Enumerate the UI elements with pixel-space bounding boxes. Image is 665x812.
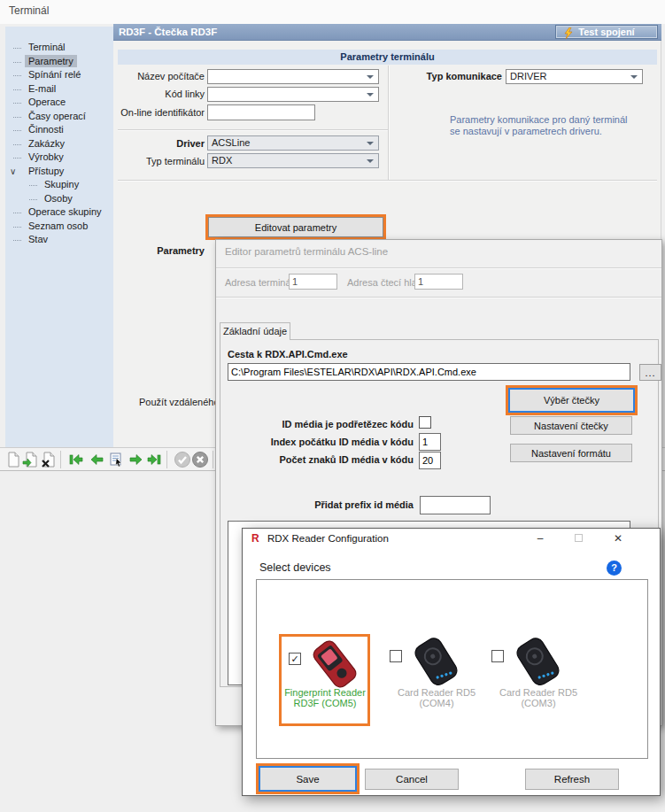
save-button[interactable]: Save [259, 766, 357, 792]
sidebar-item-cinnosti[interactable]: Činnosti [5, 123, 113, 137]
edit-params-highlight: Editovat parametry [205, 214, 386, 240]
delete-record-icon[interactable] [39, 451, 57, 468]
confirm-icon[interactable] [174, 451, 191, 468]
sidebar-item-zakazky[interactable]: Zakázky [5, 137, 113, 151]
sidebar-item-seznam-osob[interactable]: Seznam osob [5, 220, 113, 234]
maximize-icon[interactable] [562, 529, 594, 549]
sidebar-item-skupiny[interactable]: Skupiny [5, 178, 113, 192]
sidebar-item-email[interactable]: E-mail [5, 82, 113, 97]
section-header: Parametry terminálu [118, 50, 657, 65]
divider [60, 451, 61, 468]
tree-guide [13, 158, 21, 159]
device-card-rd5-com4[interactable] [387, 637, 486, 725]
tree-guide [13, 240, 21, 241]
divider [118, 129, 388, 131]
device-card-rd5-com3[interactable] [489, 637, 588, 725]
device-list: ✓ Fingerprint Reader RD3F (COM5) [256, 579, 648, 759]
test-connection-button[interactable]: Test spojení [555, 25, 658, 39]
driver-combo[interactable]: ACSLine [207, 135, 379, 151]
computer-name-combo[interactable] [207, 69, 379, 84]
id-char-count-label: Počet znaků ID média v kódu [234, 454, 414, 465]
id-char-count-input[interactable] [419, 452, 441, 469]
device-checkbox-checked[interactable]: ✓ [289, 653, 301, 665]
terminal-type-combo[interactable]: RDX [207, 153, 379, 168]
communication-type-label: Typ komunikace [379, 71, 502, 81]
tree-guide [13, 144, 21, 145]
browse-button[interactable]: ... [639, 364, 661, 381]
prefix-label: Přidat prefix id média [234, 499, 414, 510]
sidebar-item-osoby[interactable]: Osoby [5, 192, 113, 206]
tree-guide [13, 117, 21, 118]
save-highlight: Save [256, 763, 360, 794]
tree-guide [13, 62, 21, 63]
divider [388, 66, 390, 181]
computer-name-label: Název počítače [113, 71, 205, 81]
cancel-button[interactable]: Cancel [365, 769, 459, 790]
record-title: RD3F - Čtečka RD3F [119, 27, 217, 37]
driver-hint-text: Parametry komunikace pro daný terminál s… [450, 114, 628, 137]
sidebar-item-operace-skupiny[interactable]: Operace skupiny [5, 205, 113, 220]
cancel-icon[interactable] [191, 451, 209, 468]
browse-records-icon[interactable] [107, 451, 125, 468]
card-reader-image [403, 637, 470, 688]
use-remote-label: Použít vzdáleného z [139, 397, 227, 407]
divider [216, 267, 661, 269]
exe-path-input[interactable] [228, 363, 630, 381]
line-code-combo[interactable] [207, 87, 379, 102]
device-label: Card Reader RD5 (COM3) [489, 688, 588, 708]
last-record-icon[interactable] [145, 451, 163, 468]
id-substring-label: ID média je podřetězec kódu [234, 419, 414, 429]
driver-label: Driver [113, 138, 205, 149]
tree-guide [13, 89, 21, 90]
tree-guide [13, 75, 21, 76]
id-start-index-input[interactable] [419, 433, 441, 451]
sidebar-item-stav[interactable]: Stav [5, 233, 113, 247]
format-settings-button[interactable]: Nastavení formátu [510, 444, 632, 462]
id-start-index-label: Index počátku ID média v kódu [234, 437, 414, 447]
reader-select-button[interactable]: Výběr čtečky [508, 388, 635, 413]
online-id-input[interactable] [207, 104, 315, 120]
id-substring-checkbox[interactable] [419, 416, 431, 429]
sidebar-item-casy-operaci[interactable]: Časy operací [5, 110, 113, 124]
tree-guide [29, 199, 37, 200]
tree-guide [13, 103, 21, 104]
edit-record-icon[interactable] [21, 451, 39, 468]
minimize-icon[interactable]: – [524, 529, 556, 549]
sidebar-item-operace[interactable]: Operace [5, 96, 113, 110]
divider [216, 297, 661, 298]
previous-record-icon[interactable] [89, 451, 106, 468]
device-checkbox[interactable] [390, 650, 402, 662]
fingerprint-reader-image [303, 638, 367, 690]
tab-zakladni-udaje[interactable]: Základní údaje [220, 322, 290, 340]
head-address-input[interactable] [414, 274, 463, 290]
sidebar-item-terminal[interactable]: Terminál [5, 41, 113, 55]
sidebar-tree: Terminál Parametry Spínání relé E-mail O… [5, 27, 113, 447]
terminal-address-input[interactable] [289, 274, 337, 290]
communication-type-combo[interactable]: DRIVER [506, 69, 643, 84]
tree-guide [13, 213, 21, 213]
online-id-label: On-line identifikátor [113, 107, 205, 118]
terminal-type-label: Typ terminálu [113, 156, 205, 166]
prefix-input[interactable] [420, 496, 491, 514]
sidebar-item-spinani-rele[interactable]: Spínání relé [5, 68, 113, 82]
close-icon[interactable]: ✕ [600, 529, 636, 549]
tree-guide [29, 185, 37, 186]
next-record-icon[interactable] [127, 451, 144, 468]
tree-guide [13, 130, 21, 131]
reader-settings-button[interactable]: Nastavení čtečky [510, 416, 632, 435]
help-icon[interactable]: ? [607, 561, 622, 576]
line-code-label: Kód linky [113, 89, 205, 99]
first-record-icon[interactable] [67, 451, 85, 468]
device-checkbox[interactable] [491, 650, 504, 662]
chevron-down-icon[interactable]: ∨ [10, 165, 16, 179]
sidebar-item-pristupy[interactable]: ∨Přístupy [5, 165, 113, 179]
editor-dialog-title: Editor parametrů terminálu ACS-line [225, 246, 388, 257]
device-fingerprint-rd3f[interactable]: ✓ [279, 634, 370, 726]
tree-guide [13, 48, 21, 49]
edit-parameters-button[interactable]: Editovat parametry [208, 217, 383, 237]
refresh-button[interactable]: Refresh [525, 769, 619, 790]
card-reader-image [505, 637, 572, 688]
sidebar-item-parametry[interactable]: Parametry [5, 55, 113, 69]
sidebar-item-vyrobky[interactable]: Výrobky [5, 151, 113, 165]
new-record-icon[interactable] [4, 451, 22, 468]
